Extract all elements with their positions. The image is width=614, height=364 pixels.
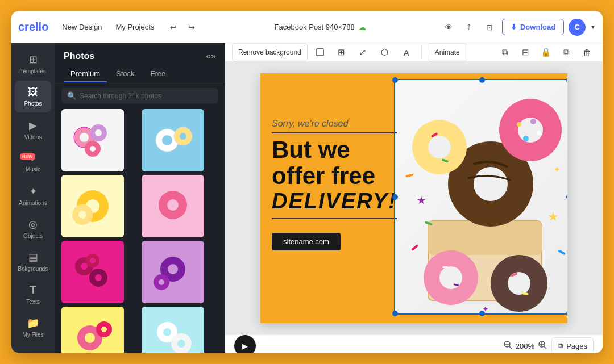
svg-point-46 (428, 136, 451, 158)
remove-background-button[interactable]: Remove background (232, 43, 308, 61)
donut-svg-3 (70, 183, 115, 229)
sidebar-label-backgrounds: Bckgrounds (18, 266, 48, 272)
sidebar-item-music[interactable]: ♪ NEW Music (15, 147, 51, 178)
document-title: Facebook Post 940×788 ☁ (204, 23, 436, 32)
sidebar-item-myfiles[interactable]: 📁 My Files (15, 311, 51, 343)
tab-free[interactable]: Free (144, 66, 173, 82)
svg-text:★: ★ (417, 195, 426, 206)
logo: crello (18, 20, 48, 34)
sidebar-item-backgrounds[interactable]: ▤ Bckgrounds (15, 245, 51, 277)
donut-svg-6 (150, 249, 196, 295)
collapse-panel-button[interactable]: «» (206, 51, 216, 61)
sidebar-item-objects[interactable]: ◎ Objects (15, 212, 51, 244)
sidebar-item-animations[interactable]: ✦ Animations (15, 179, 51, 211)
svg-point-38 (474, 167, 508, 201)
svg-text:✦: ✦ (553, 165, 561, 174)
svg-rect-63 (558, 249, 566, 255)
svg-point-33 (177, 340, 185, 348)
donut-image[interactable]: ★ ✦ ★ ✦ (394, 79, 567, 315)
svg-rect-51 (442, 266, 448, 268)
photo-thumb-6[interactable] (142, 241, 204, 303)
grid-icon-button[interactable]: ⊞ (333, 43, 351, 61)
tab-stock[interactable]: Stock (109, 66, 142, 82)
canvas-wrapper[interactable]: ★ ✦ ★ ✦ Sorry, we're clos (225, 62, 603, 334)
photo-tab-bar: Premium Stock Free (55, 66, 225, 82)
svg-rect-61 (411, 244, 418, 251)
photo-thumb-4[interactable] (142, 175, 204, 237)
pages-button[interactable]: ⧉ Pages (551, 337, 594, 353)
align-icon-button[interactable]: ⊟ (516, 43, 534, 61)
photos-panel: Photos «» Premium Stock Free 🔍 (55, 43, 225, 353)
crop-icon (316, 48, 325, 57)
svg-point-44 (517, 122, 521, 127)
duplicate-icon-button[interactable]: ⧉ (557, 43, 575, 61)
app-window: crello New Design My Projects ↩ ↪ Facebo… (11, 11, 603, 353)
toolbar-row: Remove background ⊞ ⤢ ⬡ A Animate ⧉ ⊟ 🔒 … (225, 43, 603, 62)
svg-point-31 (163, 328, 171, 336)
svg-line-66 (509, 346, 512, 349)
svg-point-42 (537, 131, 541, 135)
sidebar-label-texts: Texts (26, 299, 39, 305)
redo-button[interactable]: ↪ (184, 19, 200, 35)
svg-text:★: ★ (547, 210, 559, 224)
search-icon: 🔍 (67, 91, 76, 100)
text-icon-button[interactable]: A (397, 43, 416, 61)
texts-icon: T (30, 283, 36, 296)
design-text-area: Sorry, we're closed But we offer free DE… (272, 119, 397, 250)
tab-premium[interactable]: Premium (64, 66, 107, 82)
transform-icon-button[interactable]: ⤢ (354, 43, 372, 61)
svg-point-17 (81, 263, 88, 270)
svg-rect-64 (405, 173, 414, 177)
sidebar-label-objects: Objects (23, 233, 43, 239)
lock-icon-button[interactable]: 🔒 (537, 43, 555, 61)
sidebar-item-texts[interactable]: T Texts (15, 278, 51, 310)
download-icon: ⬇ (511, 23, 517, 31)
layers-icon-button[interactable]: ⧉ (496, 43, 514, 61)
new-design-button[interactable]: New Design (57, 20, 106, 34)
sidebar-label-templates: Templates (20, 68, 46, 74)
svg-point-25 (159, 279, 164, 285)
canvas-design[interactable]: ★ ✦ ★ ✦ Sorry, we're clos (260, 73, 567, 323)
photo-thumb-2[interactable] (142, 109, 204, 171)
svg-point-1 (80, 133, 89, 142)
search-input[interactable] (80, 92, 213, 100)
photo-thumb-7[interactable] (61, 307, 124, 353)
donut-svg-2 (150, 120, 196, 160)
delete-icon-button[interactable]: 🗑 (578, 43, 596, 61)
zoom-in-button[interactable] (538, 340, 547, 352)
sidebar-item-photos[interactable]: 🖼 Photos (15, 81, 51, 112)
undo-redo-group: ↩ ↪ (165, 19, 200, 35)
backgrounds-icon: ▤ (28, 251, 38, 263)
resize-button[interactable]: ⊡ (482, 19, 497, 35)
crop-icon-button[interactable] (311, 43, 329, 61)
animate-button[interactable]: Animate (428, 43, 467, 61)
photo-thumb-8[interactable] (142, 307, 204, 353)
undo-button[interactable]: ↩ (165, 19, 181, 35)
svg-point-5 (90, 146, 96, 152)
bottom-bar: ▶ 200% (225, 334, 603, 353)
zoom-out-button[interactable] (503, 340, 512, 352)
my-projects-button[interactable]: My Projects (111, 20, 159, 34)
preview-icon-button[interactable]: 👁 (441, 19, 457, 35)
svg-point-7 (162, 135, 172, 145)
myfiles-icon: 📁 (27, 317, 39, 329)
photo-thumb-3[interactable] (61, 175, 124, 237)
sidebar-item-templates[interactable]: ⊞ Templates (15, 48, 51, 80)
svg-point-41 (530, 119, 536, 124)
cloud-sync-icon: ☁ (358, 23, 366, 32)
sidebar-item-videos[interactable]: ▶ Videos (15, 114, 51, 145)
photo-thumb-5[interactable] (61, 241, 124, 303)
play-button[interactable]: ▶ (234, 335, 256, 353)
download-button[interactable]: ⬇ Download (502, 19, 564, 35)
delivery-text: DELIVERY! (272, 189, 397, 214)
toolbar-separator (421, 45, 422, 59)
search-box: 🔍 (61, 88, 218, 103)
donut-svg-1 (70, 120, 115, 160)
svg-rect-34 (317, 49, 323, 56)
transparency-icon-button[interactable]: ⬡ (376, 43, 394, 61)
photo-thumb-1[interactable] (61, 109, 124, 171)
svg-point-9 (180, 133, 186, 140)
share-button[interactable]: ⤴ (461, 19, 477, 35)
account-chevron-button[interactable]: ▼ (590, 24, 596, 30)
avatar-button[interactable]: C (569, 19, 586, 36)
